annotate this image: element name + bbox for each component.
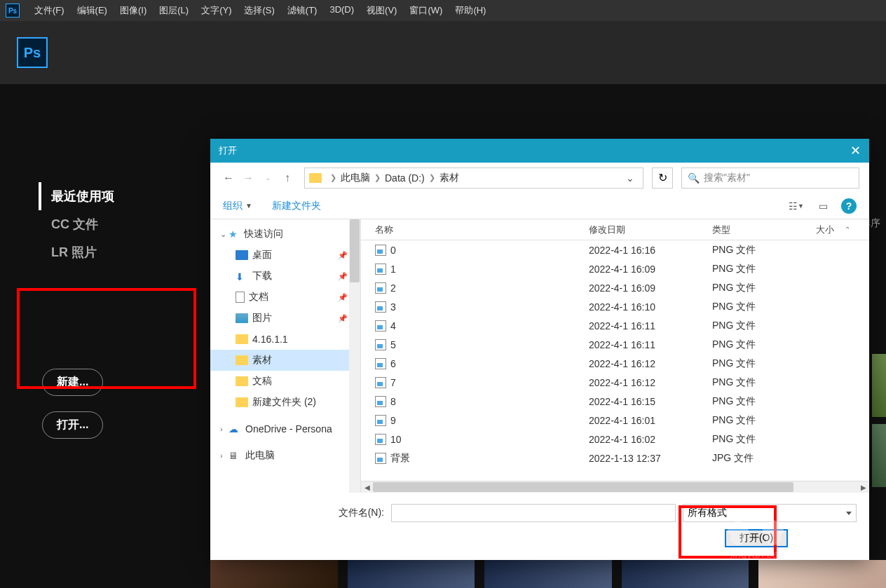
file-row[interactable]: 12022-4-1 16:09PNG 文件 — [361, 259, 869, 278]
file-type: PNG 文件 — [712, 357, 816, 370]
menu-item[interactable]: 文件(F) — [28, 4, 71, 17]
thumb[interactable] — [872, 424, 886, 487]
file-type: PNG 文件 — [712, 339, 816, 351]
file-row[interactable]: 32022-4-1 16:10PNG 文件 — [361, 297, 869, 316]
tree-item[interactable]: 素材 — [210, 350, 360, 371]
open-dialog: 打开 ✕ ← → ⌄ ↑ ❯ 此电脑 ❯ Data (D:) ❯ 素材 ⌄ ↻ … — [210, 139, 869, 560]
col-date[interactable]: 修改日期 — [589, 224, 712, 236]
back-icon[interactable]: ← — [220, 170, 237, 186]
file-row[interactable]: 42022-4-1 16:11PNG 文件 — [361, 316, 869, 335]
breadcrumb-part[interactable]: Data (D:) — [385, 172, 425, 184]
sidebar-lr[interactable]: LR 照片 — [39, 238, 114, 266]
menu-item[interactable]: 图层(L) — [153, 4, 195, 17]
chevron-icon[interactable]: ❯ — [326, 173, 341, 182]
filetype-select[interactable]: 所有格式 — [683, 504, 857, 522]
file-row[interactable]: 82022-4-1 16:15PNG 文件 — [361, 392, 869, 411]
breadcrumb-part[interactable]: 此电脑 — [341, 172, 370, 184]
menu-item[interactable]: 3D(D) — [323, 4, 360, 17]
sidebar-cc[interactable]: CC 文件 — [39, 210, 114, 238]
menu-item[interactable]: 窗口(W) — [403, 4, 449, 17]
file-row[interactable]: 02022-4-1 16:16PNG 文件 — [361, 240, 869, 259]
search-input[interactable]: 🔍 搜索"素材" — [681, 167, 859, 189]
tree-item[interactable]: 文稿 — [210, 371, 360, 392]
start-buttons: 新建... 打开... — [42, 357, 103, 439]
file-row[interactable]: 72022-4-1 16:12PNG 文件 — [361, 373, 869, 392]
dialog-nav: ← → ⌄ ↑ ❯ 此电脑 ❯ Data (D:) ❯ 素材 ⌄ ↻ 🔍 搜索"… — [210, 163, 869, 193]
thumb[interactable] — [622, 560, 749, 588]
chevron-icon[interactable]: ❯ — [425, 173, 439, 182]
tree-item[interactable]: 桌面📌 — [210, 245, 360, 266]
newfolder-button[interactable]: 新建文件夹 — [272, 200, 321, 212]
col-name[interactable]: 名称 — [361, 224, 589, 236]
file-row[interactable]: 92022-4-1 16:01PNG 文件 — [361, 411, 869, 430]
tree-quick-access[interactable]: ⌄ ★ 快速访问 — [210, 224, 360, 245]
file-row[interactable]: 背景2022-1-13 12:37JPG 文件 — [361, 449, 869, 467]
scrollbar-thumb[interactable] — [350, 219, 360, 282]
search-placeholder: 搜索"素材" — [704, 172, 750, 184]
tree-item[interactable]: ⬇下载📌 — [210, 266, 360, 287]
menu-item[interactable]: 编辑(E) — [71, 4, 114, 17]
tree-onedrive[interactable]: › ☁ OneDrive - Persona — [210, 418, 360, 439]
menu-item[interactable]: 视图(V) — [360, 4, 403, 17]
preview-icon[interactable]: ▭ — [815, 199, 831, 213]
refresh-icon[interactable]: ↻ — [652, 167, 673, 189]
menu-item[interactable]: 图像(I) — [114, 4, 153, 17]
scroll-left-icon[interactable]: ◀ — [361, 481, 373, 493]
open-button[interactable]: 打开... — [42, 411, 103, 439]
scrollbar-thumb[interactable] — [373, 482, 793, 492]
tree-item[interactable]: 4.16.1.1 — [210, 329, 360, 350]
thumb[interactable] — [210, 560, 338, 588]
chevron-icon[interactable]: ❯ — [370, 173, 385, 182]
pc-icon: 🖥 — [229, 451, 241, 460]
scroll-right-icon[interactable]: ▶ — [857, 481, 869, 493]
horizontal-scrollbar[interactable]: ◀ ▶ — [361, 481, 869, 493]
file-icon — [375, 396, 386, 407]
sidebar-recent[interactable]: 最近使用项 — [39, 182, 114, 210]
view-icon[interactable]: ☷ ▼ — [788, 199, 805, 213]
col-type[interactable]: 类型 — [712, 224, 816, 236]
caret-icon[interactable]: › — [220, 451, 229, 460]
tree-item[interactable]: 文档📌 — [210, 287, 360, 308]
tree-item[interactable]: 新建文件夹 (2) — [210, 392, 360, 413]
file-date: 2022-4-1 16:12 — [589, 377, 712, 388]
new-button[interactable]: 新建... — [42, 369, 103, 396]
open-file-button[interactable]: 打开(O) — [725, 529, 788, 547]
file-icon — [375, 245, 386, 256]
thumb[interactable] — [348, 560, 475, 588]
menu-item[interactable]: 选择(S) — [238, 4, 280, 17]
forward-icon[interactable]: → — [240, 170, 257, 186]
cloud-icon: ☁ — [229, 424, 241, 434]
file-row[interactable]: 52022-4-1 16:11PNG 文件 — [361, 335, 869, 354]
menu-item[interactable]: 滤镜(T) — [281, 4, 324, 17]
filename-input[interactable] — [391, 504, 676, 522]
help-icon[interactable]: ? — [841, 198, 857, 214]
caret-icon[interactable]: › — [220, 425, 229, 433]
file-name: 2 — [390, 282, 396, 294]
file-date: 2022-4-1 16:01 — [589, 415, 712, 426]
thumb[interactable] — [758, 560, 886, 588]
menu-item[interactable]: 帮助(H) — [449, 4, 492, 17]
breadcrumb-dropdown-icon[interactable]: ⌄ — [622, 172, 639, 184]
recent-dropdown-icon[interactable]: ⌄ — [259, 170, 276, 186]
file-date: 2022-1-13 12:37 — [589, 453, 712, 464]
file-name: 6 — [390, 358, 396, 369]
close-icon[interactable]: ✕ — [850, 143, 861, 158]
tree-item[interactable]: 图片📌 — [210, 308, 360, 329]
organize-button[interactable]: 组织 ▼ — [223, 200, 252, 212]
tree-scrollbar[interactable] — [349, 219, 360, 493]
col-size[interactable]: 大小 — [816, 224, 869, 236]
file-row[interactable]: 62022-4-1 16:12PNG 文件 — [361, 354, 869, 373]
file-list: 02022-4-1 16:16PNG 文件12022-4-1 16:09PNG … — [361, 240, 869, 481]
thumb[interactable] — [484, 560, 612, 588]
thumb[interactable] — [872, 354, 886, 417]
caret-icon[interactable]: ⌄ — [220, 230, 229, 239]
file-row[interactable]: 22022-4-1 16:09PNG 文件 — [361, 278, 869, 297]
file-type: PNG 文件 — [712, 282, 816, 294]
breadcrumb[interactable]: ❯ 此电脑 ❯ Data (D:) ❯ 素材 ⌄ — [304, 167, 643, 189]
file-row[interactable]: 102022-4-1 16:02PNG 文件 — [361, 430, 869, 449]
breadcrumb-part[interactable]: 素材 — [439, 172, 459, 184]
tree-thispc[interactable]: › 🖥 此电脑 — [210, 445, 360, 466]
tree-label: OneDrive - Persona — [245, 423, 332, 435]
up-icon[interactable]: ↑ — [279, 170, 296, 186]
menu-item[interactable]: 文字(Y) — [195, 4, 238, 17]
